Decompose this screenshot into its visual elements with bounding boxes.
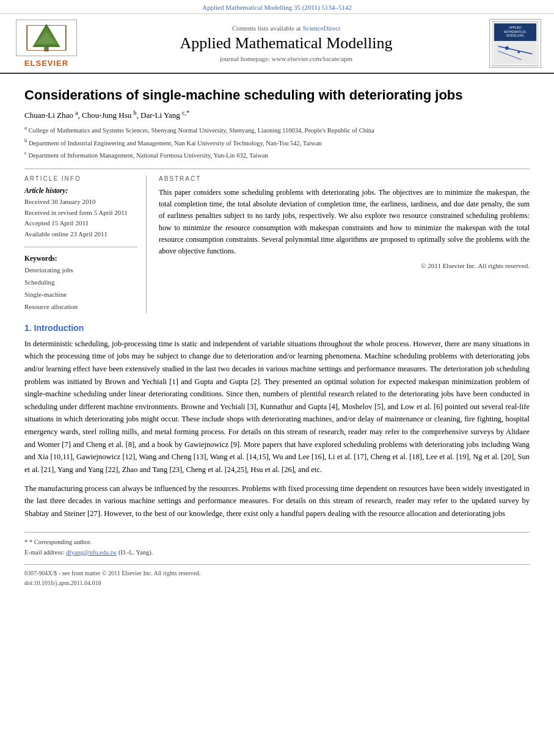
keyword-2: Scheduling <box>24 277 137 289</box>
journal-cover-icon: APPLIED MATHEMATICAL MODELLING <box>492 21 538 67</box>
article-info-column: ARTICLE INFO Article history: Received 3… <box>24 175 147 313</box>
affiliation-c: c Department of Information Management, … <box>24 149 530 160</box>
footnote-section: * * Corresponding author. E-mail address… <box>24 532 530 558</box>
keywords-list: Deteriorating jobs Scheduling Single-mac… <box>24 264 137 313</box>
elsevier-logo-area: ELSEVIER <box>10 20 83 68</box>
article-history-title: Article history: <box>24 187 137 194</box>
sciencedirect-line: Contents lists available at ScienceDirec… <box>89 24 483 32</box>
journal-header: ELSEVIER Contents lists available at Sci… <box>0 14 554 74</box>
history-revised: Received in revised form 5 April 2011 <box>24 208 137 219</box>
corresponding-author-note: * * Corresponding author. <box>24 537 530 548</box>
journal-homepage: journal homepage: www.elsevier.com/locat… <box>89 55 483 62</box>
affiliation-a: a College of Mathematics and Systems Sci… <box>24 124 530 135</box>
svg-text:MODELLING: MODELLING <box>506 34 524 37</box>
affiliations: a College of Mathematics and Systems Sci… <box>24 124 530 160</box>
elsevier-tree-icon <box>22 23 71 53</box>
keyword-3: Single-machine <box>24 289 137 301</box>
elsevier-logo: ELSEVIER <box>10 20 83 68</box>
history-online: Available online 23 April 2011 <box>24 229 137 240</box>
abstract-label: ABSTRACT <box>159 175 530 182</box>
history-accepted: Accepted 15 April 2011 <box>24 218 137 229</box>
affiliation-b: b Department of Industrial Engineering a… <box>24 137 530 148</box>
copyright-line: © 2011 Elsevier Inc. All rights reserved… <box>159 262 530 269</box>
email-link[interactable]: dlyang@nfu.edu.tw <box>66 549 117 556</box>
footer-line2: doi:10.1016/j.apm.2011.04.018 <box>24 578 530 588</box>
elsevier-brand-text: ELSEVIER <box>24 59 68 68</box>
intro-paragraph-1: In deterministic scheduling, job-process… <box>24 338 530 476</box>
journal-reference-bar: Applied Mathematical Modelling 35 (2011)… <box>0 0 554 14</box>
svg-text:MATHEMATICAL: MATHEMATICAL <box>504 30 527 33</box>
abstract-column: ABSTRACT This paper considers some sched… <box>159 175 530 313</box>
svg-point-16 <box>505 46 509 49</box>
keywords-title: Keywords: <box>24 255 137 262</box>
author2: Chou-Jung Hsu b <box>82 111 137 120</box>
journal-reference-text: Applied Mathematical Modelling 35 (2011)… <box>202 4 352 11</box>
journal-title: Applied Mathematical Modelling <box>89 34 483 53</box>
journal-logo-area: APPLIED MATHEMATICAL MODELLING <box>489 19 544 68</box>
intro-paragraph-2: The manufacturing process can always be … <box>24 482 530 520</box>
authors-line: Chuan-Li Zhao a, Chou-Jung Hsu b, Dar-Li… <box>24 109 530 120</box>
history-received: Received 30 January 2010 <box>24 197 137 208</box>
author3: Dar-Li Yang c,* <box>140 111 189 120</box>
sciencedirect-link[interactable]: ScienceDirect <box>302 24 340 32</box>
article-title: Considerations of single-machine schedul… <box>24 87 530 103</box>
keyword-4: Resource allocation <box>24 301 137 313</box>
author1: Chuan-Li Zhao a <box>24 111 78 120</box>
article-info-label: ARTICLE INFO <box>24 175 137 182</box>
journal-cover-thumbnail: APPLIED MATHEMATICAL MODELLING <box>489 19 541 68</box>
keyword-1: Deteriorating jobs <box>24 264 137 277</box>
journal-title-area: Contents lists available at ScienceDirec… <box>89 24 483 62</box>
footer-line1: 0307-904X/$ - see front matter © 2011 El… <box>24 569 530 578</box>
email-footnote: E-mail address: dlyang@nfu.edu.tw (D.-L.… <box>24 548 530 558</box>
article-info-abstract-section: ARTICLE INFO Article history: Received 3… <box>24 169 530 313</box>
section-introduction: 1. Introduction In deterministic schedul… <box>24 323 530 520</box>
svg-text:APPLIED: APPLIED <box>509 26 522 29</box>
svg-point-17 <box>517 51 520 53</box>
section-1-title: 1. Introduction <box>24 323 530 333</box>
main-content: Considerations of single-machine schedul… <box>0 74 554 600</box>
elsevier-tree-box <box>16 20 77 56</box>
abstract-text: This paper considers some scheduling pro… <box>159 187 530 257</box>
footer-bar: 0307-904X/$ - see front matter © 2011 El… <box>24 564 530 588</box>
